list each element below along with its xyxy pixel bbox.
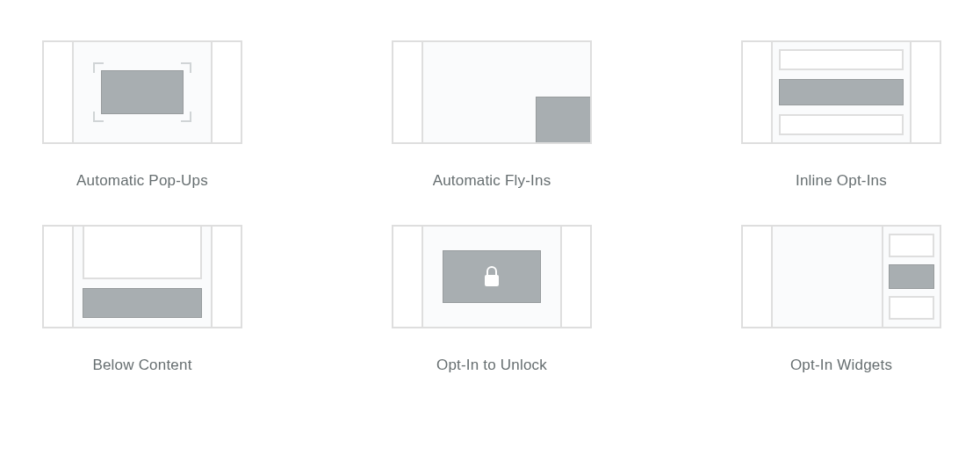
widget-optin-slot <box>889 264 934 288</box>
widget-slot <box>889 234 934 257</box>
option-automatic-popups[interactable]: Automatic Pop-Ups <box>42 40 242 190</box>
preview-canvas <box>423 227 560 327</box>
corner-marker-icon <box>181 112 191 122</box>
widget-preview <box>741 225 941 328</box>
inline-content-block <box>779 114 904 135</box>
preview-rail-left <box>743 42 773 142</box>
svg-rect-0 <box>485 275 499 286</box>
flyin-preview <box>392 40 592 144</box>
option-below-content[interactable]: Below Content <box>42 225 242 374</box>
unlock-preview <box>392 225 592 328</box>
option-label: Automatic Pop-Ups <box>76 172 208 190</box>
preview-canvas <box>74 227 211 327</box>
preview-canvas <box>423 42 590 142</box>
corner-marker-icon <box>93 112 104 122</box>
popup-rectangle <box>101 70 184 114</box>
flyin-rectangle <box>536 97 590 142</box>
preview-rail-left <box>44 227 74 327</box>
preview-rail-left <box>393 42 423 142</box>
preview-canvas <box>74 42 211 142</box>
widget-main-area <box>773 227 883 327</box>
lock-icon <box>482 265 501 288</box>
option-automatic-flyins[interactable]: Automatic Fly-Ins <box>392 40 592 190</box>
preview-rail-right <box>211 227 241 327</box>
popup-preview <box>42 40 242 144</box>
preview-rail-left <box>393 227 423 327</box>
preview-canvas <box>773 42 910 142</box>
below-content-block <box>83 227 202 279</box>
corner-marker-icon <box>181 62 191 73</box>
below-optin-bar <box>83 288 202 318</box>
preview-rail-right <box>560 227 590 327</box>
option-label: Opt-In Widgets <box>790 357 892 374</box>
below-preview <box>42 225 242 328</box>
option-label: Below Content <box>92 357 191 374</box>
widget-sidebar <box>883 227 940 327</box>
optin-types-grid: Automatic Pop-Ups Automatic Fly-Ins Inli… <box>42 40 938 374</box>
inline-preview <box>741 40 941 144</box>
option-label: Opt-In to Unlock <box>436 357 547 374</box>
option-inline-optins[interactable]: Inline Opt-Ins <box>741 40 941 190</box>
inline-optin-block <box>779 79 904 105</box>
preview-rail-left <box>743 227 773 327</box>
option-widgets[interactable]: Opt-In Widgets <box>741 225 941 374</box>
preview-rail-right <box>211 42 241 142</box>
preview-rail-right <box>910 42 940 142</box>
inline-content-block <box>779 49 904 70</box>
corner-marker-icon <box>93 62 104 73</box>
unlock-rectangle <box>443 250 541 303</box>
widget-slot <box>889 296 934 320</box>
option-label: Inline Opt-Ins <box>796 172 887 190</box>
preview-rail-left <box>44 42 74 142</box>
option-label: Automatic Fly-Ins <box>433 172 551 190</box>
option-unlock[interactable]: Opt-In to Unlock <box>392 225 592 374</box>
